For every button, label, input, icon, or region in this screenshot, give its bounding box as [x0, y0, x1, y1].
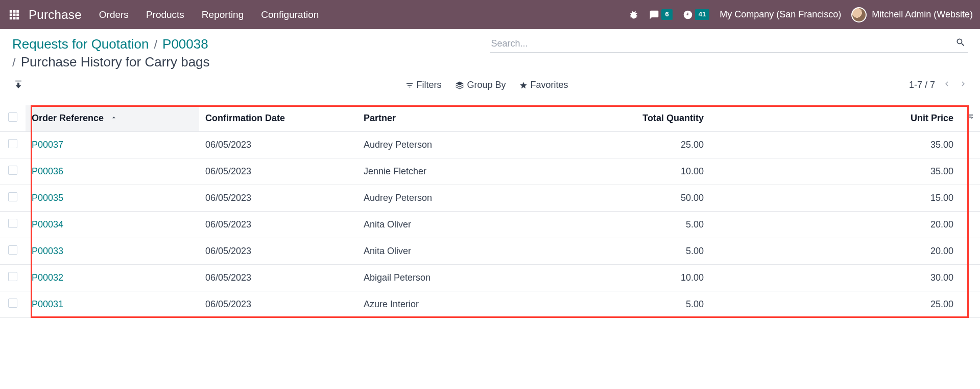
row-checkbox[interactable]: [8, 219, 17, 228]
svg-rect-2: [16, 10, 19, 12]
control-panel: Requests for Quotation / P00038 / Purcha…: [0, 29, 980, 94]
svg-rect-8: [16, 17, 19, 19]
row-checkbox[interactable]: [8, 192, 17, 201]
cell-blank: [960, 185, 980, 212]
apps-icon[interactable]: [7, 8, 21, 22]
cell-total-qty: 5.00: [582, 212, 710, 238]
messages-icon[interactable]: 6: [649, 9, 672, 19]
menu-products[interactable]: Products: [146, 9, 184, 20]
breadcrumb-po[interactable]: P00038: [162, 36, 208, 52]
cell-total-qty: 10.00: [582, 158, 710, 185]
header-unit-price[interactable]: Unit Price: [710, 105, 960, 132]
cell-order-ref: P00034: [26, 212, 199, 238]
cell-order-ref: P00035: [26, 185, 199, 212]
order-ref-link[interactable]: P00032: [32, 272, 63, 283]
header-columns-config[interactable]: [960, 105, 980, 132]
cell-blank: [960, 291, 980, 318]
svg-rect-6: [10, 17, 12, 19]
table-row[interactable]: P0003706/05/2023Audrey Peterson25.0035.0…: [0, 132, 980, 158]
table-row[interactable]: P0003306/05/2023Anita Oliver5.0020.00: [0, 238, 980, 265]
breadcrumb-sep: /: [154, 37, 157, 52]
company-switcher[interactable]: My Company (San Francisco): [720, 9, 841, 20]
table-row[interactable]: P0003506/05/2023Audrey Peterson50.0015.0…: [0, 185, 980, 212]
table-row[interactable]: P0003406/05/2023Anita Oliver5.0020.00: [0, 212, 980, 238]
app-brand[interactable]: Purchase: [29, 8, 82, 22]
menu-orders[interactable]: Orders: [99, 9, 129, 20]
user-menu[interactable]: Mitchell Admin (Website): [851, 7, 973, 22]
cell-order-ref: P00033: [26, 238, 199, 265]
export-icon[interactable]: [13, 80, 25, 91]
cell-order-ref: P00032: [26, 265, 199, 291]
header-confirm-date[interactable]: Confirmation Date: [199, 105, 357, 132]
favorites-button[interactable]: Favorites: [519, 80, 568, 90]
groupby-label: Group By: [467, 80, 506, 90]
menu-configuration[interactable]: Configuration: [261, 9, 319, 20]
cell-total-qty: 5.00: [582, 238, 710, 265]
header-order-ref[interactable]: Order Reference: [26, 105, 199, 132]
row-checkbox-cell: [0, 238, 26, 265]
cell-total-qty: 10.00: [582, 265, 710, 291]
cell-partner: Anita Oliver: [357, 238, 582, 265]
cell-total-qty: 5.00: [582, 291, 710, 318]
row-checkbox[interactable]: [8, 166, 17, 175]
cell-blank: [960, 238, 980, 265]
breadcrumb: Requests for Quotation / P00038 / Purcha…: [12, 36, 490, 70]
search-input[interactable]: [490, 36, 968, 53]
pager-next-icon[interactable]: [959, 79, 968, 91]
filters-label: Filters: [417, 80, 442, 90]
order-ref-link[interactable]: P00036: [32, 166, 63, 176]
groupby-button[interactable]: Group By: [455, 80, 506, 90]
top-navbar: Purchase Orders Products Reporting Confi…: [0, 0, 980, 29]
cell-partner: Abigail Peterson: [357, 265, 582, 291]
cell-blank: [960, 158, 980, 185]
svg-rect-5: [16, 13, 19, 16]
cell-partner: Jennie Fletcher: [357, 158, 582, 185]
order-ref-link[interactable]: P00035: [32, 193, 63, 203]
row-checkbox[interactable]: [8, 272, 17, 281]
row-checkbox[interactable]: [8, 245, 17, 255]
list-view: Order Reference Confirmation Date Partne…: [0, 105, 980, 318]
cell-confirm-date: 06/05/2023: [199, 132, 357, 158]
header-partner[interactable]: Partner: [357, 105, 582, 132]
cell-unit-price: 35.00: [710, 132, 960, 158]
header-total-qty[interactable]: Total Quantity: [582, 105, 710, 132]
cell-unit-price: 30.00: [710, 265, 960, 291]
pager-prev-icon[interactable]: [942, 79, 951, 91]
avatar: [851, 7, 867, 22]
debug-icon[interactable]: [629, 10, 639, 20]
table-row[interactable]: P0003106/05/2023Azure Interior5.0025.00: [0, 291, 980, 318]
filters-button[interactable]: Filters: [405, 80, 442, 90]
cell-partner: Audrey Peterson: [357, 185, 582, 212]
pager-text: 1-7 / 7: [909, 80, 935, 90]
search-icon[interactable]: [955, 37, 966, 49]
breadcrumb-sep2: /: [12, 55, 16, 70]
cell-unit-price: 35.00: [710, 158, 960, 185]
main-menu: Orders Products Reporting Configuration: [99, 9, 319, 20]
cell-blank: [960, 212, 980, 238]
cell-unit-price: 25.00: [710, 291, 960, 318]
cell-unit-price: 15.00: [710, 185, 960, 212]
row-checkbox[interactable]: [8, 299, 17, 308]
order-ref-link[interactable]: P00031: [32, 299, 63, 309]
table-row[interactable]: P0003606/05/2023Jennie Fletcher10.0035.0…: [0, 158, 980, 185]
order-ref-link[interactable]: P00033: [32, 246, 63, 256]
svg-rect-7: [13, 17, 16, 19]
activities-icon[interactable]: 41: [683, 9, 709, 19]
sort-asc-icon: [110, 113, 117, 124]
header-checkbox-col: [0, 105, 26, 132]
breadcrumb-current: Purchase History for Carry bags: [21, 54, 210, 70]
order-ref-link[interactable]: P00037: [32, 140, 63, 150]
row-checkbox-cell: [0, 185, 26, 212]
row-checkbox[interactable]: [8, 139, 17, 148]
svg-rect-4: [13, 13, 16, 16]
menu-reporting[interactable]: Reporting: [202, 9, 244, 20]
order-ref-link[interactable]: P00034: [32, 219, 63, 230]
cell-confirm-date: 06/05/2023: [199, 291, 357, 318]
pager: 1-7 / 7: [909, 79, 968, 91]
select-all-checkbox[interactable]: [8, 112, 17, 122]
table-row[interactable]: P0003206/05/2023Abigail Peterson10.0030.…: [0, 265, 980, 291]
search-box: [490, 36, 968, 53]
cell-partner: Audrey Peterson: [357, 132, 582, 158]
svg-rect-1: [13, 10, 16, 12]
breadcrumb-rfq[interactable]: Requests for Quotation: [12, 36, 149, 52]
